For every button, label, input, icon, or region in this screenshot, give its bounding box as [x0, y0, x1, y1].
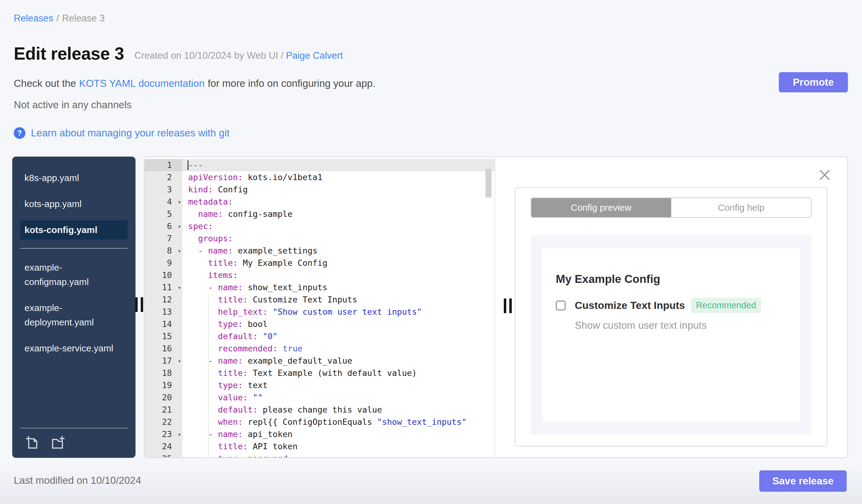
code-line-23[interactable]: 23▾ - name: api_token [145, 428, 495, 440]
code-line-14[interactable]: 14 type: bool [145, 318, 495, 330]
code-line-2[interactable]: 2apiVersion: kots.io/v1beta1 [145, 171, 495, 184]
sidebar-resize-handle[interactable] [135, 297, 143, 312]
sidebar-file-kots-app.yaml[interactable]: kots-app.yaml [20, 194, 128, 213]
file-sidebar: k8s-app.yamlkots-app.yamlkots-config.yam… [12, 157, 135, 458]
config-group-title: My Example Config [556, 273, 786, 286]
gutter-line-number: 3 [145, 184, 182, 196]
kots-yaml-doc-link[interactable]: KOTS YAML documentation [79, 78, 205, 89]
code-line-19[interactable]: 19 type: text [145, 379, 495, 392]
code-line-content: - name: example_settings [182, 245, 495, 257]
fold-arrow-icon[interactable]: ▾ [178, 245, 181, 257]
code-line-13[interactable]: 13 help_text: "Show custom user text inp… [145, 306, 495, 318]
sidebar-file-kots-config.yaml[interactable]: kots-config.yaml [20, 220, 128, 239]
gutter-line-number: 19 [145, 379, 182, 392]
editor-scrollbar-thumb[interactable] [485, 169, 492, 198]
doc-line: Check out theKOTS YAML documentationfor … [14, 78, 375, 89]
yaml-code-editor[interactable]: 1---2apiVersion: kots.io/v1beta13kind: C… [145, 157, 495, 457]
code-line-5[interactable]: 5 name: config-sample [145, 208, 495, 220]
code-line-7[interactable]: 7 groups: [145, 233, 495, 245]
sidebar-divider [20, 248, 128, 249]
gutter-line-number: 8▾ [145, 245, 182, 257]
code-line-21[interactable]: 21 default: please change this value [145, 404, 495, 416]
config-group-card: My Example Config Customize Text Inputs … [543, 248, 800, 422]
file-list-top: k8s-app.yamlkots-app.yamlkots-config.yam… [12, 157, 135, 239]
gutter-line-number: 15 [145, 330, 182, 343]
gutter-line-number: 1 [145, 159, 182, 171]
save-release-button[interactable]: Save release [759, 470, 847, 492]
code-line-content: title: My Example Config [182, 257, 495, 269]
fold-arrow-icon[interactable]: ▾ [178, 428, 181, 441]
code-line-6[interactable]: 6▾spec: [145, 220, 495, 233]
code-line-22[interactable]: 22 when: repl{{ ConfigOptionEquals "show… [145, 416, 495, 428]
code-line-content: name: config-sample [182, 208, 495, 220]
promote-button[interactable]: Promote [779, 72, 848, 92]
code-line-4[interactable]: 4▾metadata: [145, 196, 495, 208]
new-folder-icon[interactable] [50, 435, 65, 450]
git-help-line: ? Learn about managing your releases wit… [14, 127, 230, 139]
tab-config-help[interactable]: Config help [671, 198, 811, 217]
gutter-line-number: 12 [145, 294, 182, 306]
code-line-11[interactable]: 11▾ - name: show_text_inputs [145, 281, 495, 294]
code-line-10[interactable]: 10 items: [145, 269, 495, 281]
breadcrumb-separator: / [56, 13, 59, 24]
tab-config-preview[interactable]: Config preview [531, 198, 671, 217]
code-line-content: spec: [182, 220, 495, 233]
code-line-content: kind: Config [182, 184, 495, 196]
gutter-line-number: 11▾ [145, 281, 182, 294]
recommended-badge: Recommended [691, 298, 761, 313]
code-line-content: items: [182, 269, 495, 281]
fold-arrow-icon[interactable]: ▾ [178, 282, 181, 294]
gutter-line-number: 2 [145, 171, 182, 184]
code-line-24[interactable]: 24 title: API token [145, 440, 495, 453]
gutter-line-number: 5 [145, 208, 182, 220]
question-mark-icon[interactable]: ? [14, 127, 25, 139]
created-meta: Created on 10/10/2024 by Web UI /Paige C… [134, 50, 343, 61]
code-line-25[interactable]: 25 type: password [145, 453, 495, 457]
fold-arrow-icon[interactable]: ▾ [178, 196, 181, 208]
config-item-help-text: Show custom user text inputs [575, 320, 786, 331]
fold-arrow-icon[interactable]: ▾ [178, 221, 181, 233]
gutter-line-number: 13 [145, 306, 182, 318]
fold-arrow-icon[interactable]: ▾ [178, 355, 181, 367]
editor-workspace: 1---2apiVersion: kots.io/v1beta13kind: C… [144, 157, 848, 458]
git-releases-link[interactable]: Learn about managing your releases with … [31, 127, 230, 139]
code-line-8[interactable]: 8▾ - name: example_settings [145, 245, 495, 257]
title-row: Edit release 3 Created on 10/10/2024 by … [14, 43, 343, 64]
code-line-17[interactable]: 17▾ - name: example_default_value [145, 355, 495, 367]
code-line-15[interactable]: 15 default: "0" [145, 330, 495, 343]
code-line-16[interactable]: 16 recommended: true [145, 343, 495, 355]
gutter-line-number: 14 [145, 318, 182, 330]
created-by-link[interactable]: Paige Calvert [286, 50, 343, 61]
code-line-content: metadata: [182, 196, 495, 208]
sidebar-file-example-service.yaml[interactable]: example-service.yaml [20, 339, 128, 358]
close-icon[interactable] [818, 168, 832, 182]
code-line-content: title: API token [182, 440, 495, 453]
customize-text-inputs-checkbox[interactable] [556, 301, 565, 310]
gutter-line-number: 10 [145, 269, 182, 281]
sidebar-footer [20, 428, 128, 458]
code-line-content: - name: show_text_inputs [182, 281, 495, 294]
gutter-line-number: 24 [145, 440, 182, 453]
config-preview-body: My Example Config Customize Text Inputs … [531, 235, 811, 435]
gutter-line-number: 18 [145, 367, 182, 379]
sidebar-file-example-configmap.yaml[interactable]: example-configmap.yaml [20, 258, 128, 291]
code-line-3[interactable]: 3kind: Config [145, 184, 495, 196]
code-line-12[interactable]: 12 title: Customize Text Inputs [145, 294, 495, 306]
sidebar-file-k8s-app.yaml[interactable]: k8s-app.yaml [20, 168, 128, 187]
breadcrumb-releases-link[interactable]: Releases [14, 13, 53, 24]
new-file-icon[interactable] [25, 435, 40, 450]
gutter-line-number: 25 [145, 453, 182, 457]
created-meta-text: Created on 10/10/2024 by Web UI / [134, 50, 284, 61]
code-line-content: groups: [182, 233, 495, 245]
sidebar-file-example-deployment.yaml[interactable]: example-deployment.yaml [20, 298, 128, 332]
gutter-line-number: 9 [145, 257, 182, 269]
code-line-1[interactable]: 1--- [145, 159, 495, 171]
code-line-18[interactable]: 18 title: Text Example (with default val… [145, 367, 495, 379]
code-line-9[interactable]: 9 title: My Example Config [145, 257, 495, 269]
code-line-content: value: "" [182, 392, 495, 404]
code-line-content: default: "0" [182, 330, 495, 343]
code-line-content: apiVersion: kots.io/v1beta1 [182, 171, 495, 184]
editor-resize-handle[interactable] [504, 299, 512, 313]
breadcrumb: Releases/Release 3 [14, 13, 105, 24]
code-line-20[interactable]: 20 value: "" [145, 392, 495, 404]
